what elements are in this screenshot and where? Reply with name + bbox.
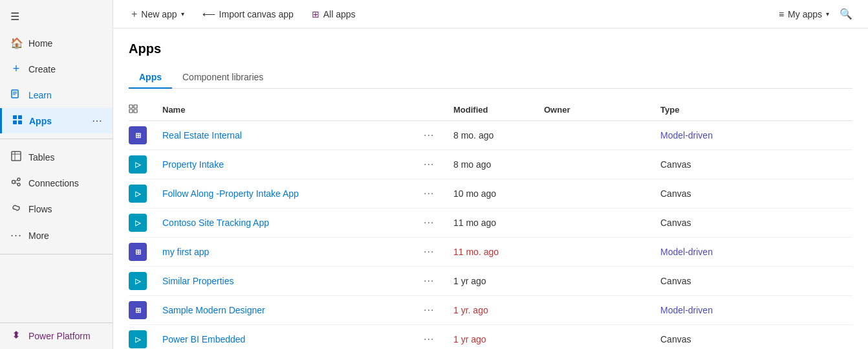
sidebar-item-label: More bbox=[28, 231, 49, 241]
app-more-cell: ··· bbox=[413, 150, 446, 179]
app-more-button[interactable]: ··· bbox=[421, 332, 437, 346]
import-icon: ⟵ bbox=[202, 9, 215, 19]
app-name-link[interactable]: my first app bbox=[162, 247, 209, 257]
app-owner-cell bbox=[536, 267, 653, 296]
app-name-link[interactable]: Contoso Site Tracking App bbox=[162, 218, 269, 228]
app-type-cell: Canvas bbox=[653, 325, 852, 350]
my-apps-dropdown[interactable]: ≡ My apps ▾ bbox=[779, 9, 829, 19]
app-name-link[interactable]: Sample Modern Designer bbox=[162, 305, 265, 315]
sidebar: ☰ 🏠 Home + Create Learn Apps ⋯ bbox=[0, 0, 113, 349]
app-name-link[interactable]: Power BI Embedded bbox=[162, 334, 245, 344]
app-name-cell: Sample Modern Designer bbox=[155, 296, 413, 325]
app-more-button[interactable]: ··· bbox=[421, 157, 437, 171]
col-header-actions bbox=[413, 99, 446, 121]
app-modified-cell: 1 yr. ago bbox=[446, 296, 536, 325]
app-type-value: Canvas bbox=[660, 276, 691, 286]
app-modified-cell: 1 yr ago bbox=[446, 325, 536, 350]
app-name-link[interactable]: Property Intake bbox=[162, 159, 224, 170]
svg-rect-4 bbox=[13, 115, 17, 119]
table-header-row: Name Modified Owner Type bbox=[129, 99, 852, 121]
app-more-button[interactable]: ··· bbox=[421, 216, 437, 229]
app-modified-cell: 11 mo ago bbox=[446, 208, 536, 238]
table-row: ▷ Contoso Site Tracking App ··· 11 mo ag… bbox=[129, 208, 852, 238]
app-more-button[interactable]: ··· bbox=[421, 303, 437, 317]
app-icon: ▷ bbox=[129, 272, 147, 290]
hamburger-menu[interactable]: ☰ bbox=[0, 5, 113, 30]
all-apps-button[interactable]: ⊞ All apps bbox=[304, 5, 363, 23]
apps-more-icon[interactable]: ⋯ bbox=[92, 115, 102, 127]
svg-rect-6 bbox=[13, 120, 17, 124]
sidebar-item-flows[interactable]: Flows bbox=[0, 196, 113, 222]
app-icon: ▷ bbox=[129, 155, 147, 174]
learn-icon bbox=[10, 89, 22, 102]
sidebar-divider-1 bbox=[0, 139, 113, 139]
chevron-down-icon: ▾ bbox=[826, 10, 829, 17]
sidebar-item-label: Connections bbox=[28, 178, 79, 188]
app-more-button[interactable]: ··· bbox=[421, 128, 437, 142]
app-name-link[interactable]: Follow Along -Property Intake App bbox=[162, 188, 299, 199]
main-content: + New app ▾ ⟵ Import canvas app ⊞ All ap… bbox=[113, 0, 868, 349]
new-app-button[interactable]: + New app ▾ bbox=[124, 5, 192, 24]
col-header-owner: Owner bbox=[536, 99, 653, 121]
app-more-button[interactable]: ··· bbox=[421, 186, 437, 200]
svg-point-13 bbox=[17, 183, 20, 186]
tab-component-libraries[interactable]: Component libraries bbox=[172, 67, 274, 89]
app-owner-cell bbox=[536, 238, 653, 267]
col-header-modified: Modified bbox=[446, 99, 536, 121]
app-owner-cell bbox=[536, 121, 653, 150]
app-owner-cell bbox=[536, 296, 653, 325]
app-name-cell: Follow Along -Property Intake App bbox=[155, 179, 413, 208]
col-name-label: Name bbox=[162, 105, 185, 115]
sidebar-item-power-platform[interactable]: Power Platform bbox=[0, 323, 113, 349]
table-row: ⊞ Sample Modern Designer ··· 1 yr. ago M… bbox=[129, 296, 852, 325]
home-icon: 🏠 bbox=[10, 37, 22, 49]
app-modified-value: 11 mo. ago bbox=[453, 247, 499, 257]
app-name-link[interactable]: Similar Properties bbox=[162, 276, 233, 286]
svg-point-11 bbox=[12, 181, 16, 184]
app-more-button[interactable]: ··· bbox=[421, 245, 437, 258]
app-type-value: Canvas bbox=[660, 188, 691, 199]
sidebar-item-more[interactable]: ··· More bbox=[0, 222, 113, 249]
col-header-icon bbox=[129, 99, 155, 121]
sidebar-item-learn[interactable]: Learn bbox=[0, 82, 113, 108]
search-button[interactable]: 🔍 bbox=[834, 5, 858, 23]
app-owner-cell bbox=[536, 150, 653, 179]
sidebar-item-create[interactable]: + Create bbox=[0, 56, 113, 82]
tabs-container: Apps Component libraries bbox=[129, 67, 852, 89]
app-name-cell: my first app bbox=[155, 238, 413, 267]
more-icon: ··· bbox=[10, 229, 22, 242]
sidebar-item-tables[interactable]: Tables bbox=[0, 144, 113, 170]
import-canvas-app-button[interactable]: ⟵ Import canvas app bbox=[195, 5, 301, 23]
tab-apps[interactable]: Apps bbox=[129, 67, 172, 89]
table-row: ▷ Follow Along -Property Intake App ··· … bbox=[129, 179, 852, 208]
app-modified-value: 10 mo ago bbox=[453, 188, 496, 199]
app-name-link[interactable]: Real Estate Internal bbox=[162, 130, 242, 141]
tables-icon bbox=[10, 151, 22, 164]
app-name-cell: Contoso Site Tracking App bbox=[155, 208, 413, 238]
app-owner-cell bbox=[536, 325, 653, 350]
col-owner-label: Owner bbox=[544, 105, 570, 115]
app-more-cell: ··· bbox=[413, 238, 446, 267]
sidebar-item-apps[interactable]: Apps ⋯ bbox=[0, 108, 113, 133]
app-more-button[interactable]: ··· bbox=[421, 274, 437, 287]
col-header-name: Name bbox=[155, 99, 413, 121]
app-name-cell: Power BI Embedded bbox=[155, 325, 413, 350]
app-icon: ▷ bbox=[129, 185, 147, 203]
app-type-value: Model-driven bbox=[660, 247, 713, 257]
apps-table-body: ⊞ Real Estate Internal ··· 8 mo. ago Mod… bbox=[129, 121, 852, 350]
app-type-value: Canvas bbox=[660, 159, 691, 170]
sidebar-item-connections[interactable]: Connections bbox=[0, 170, 113, 196]
svg-rect-5 bbox=[18, 115, 22, 119]
connections-icon bbox=[10, 177, 22, 190]
sidebar-divider-2 bbox=[0, 254, 113, 254]
new-app-label: New app bbox=[141, 9, 177, 19]
svg-rect-0 bbox=[12, 90, 18, 98]
app-type-cell: Canvas bbox=[653, 150, 852, 179]
app-type-value: Model-driven bbox=[660, 130, 713, 141]
app-type-value: Model-driven bbox=[660, 305, 713, 315]
svg-rect-7 bbox=[18, 120, 22, 124]
svg-point-12 bbox=[17, 178, 20, 181]
app-type-cell: Canvas bbox=[653, 208, 852, 238]
svg-line-15 bbox=[16, 183, 18, 184]
sidebar-item-home[interactable]: 🏠 Home bbox=[0, 30, 113, 56]
